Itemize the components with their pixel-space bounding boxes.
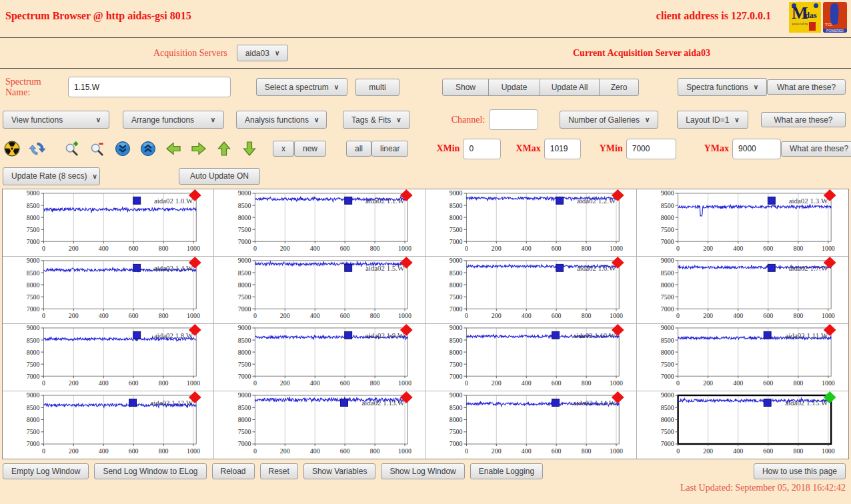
- channel-input[interactable]: [489, 109, 538, 130]
- svg-text:200: 200: [280, 379, 290, 387]
- reset-button[interactable]: Reset: [260, 463, 298, 479]
- svg-text:400: 400: [310, 447, 320, 455]
- update-all-button[interactable]: Update All: [540, 79, 600, 96]
- x-button[interactable]: x: [273, 141, 294, 157]
- svg-text:0: 0: [42, 379, 45, 387]
- svg-text:1000: 1000: [822, 312, 835, 319]
- all-button[interactable]: all: [346, 141, 371, 157]
- x-axis-ticks: 02004006008001000: [465, 376, 623, 387]
- svg-text:200: 200: [492, 245, 502, 252]
- ymax-input[interactable]: [732, 139, 781, 159]
- svg-text:1000: 1000: [187, 312, 200, 319]
- spectrum-plot-aida02-1.4.W[interactable]: 9000850080007500700002004006008001000aid…: [3, 257, 214, 324]
- acquisition-server-select[interactable]: aida03∨: [237, 45, 288, 61]
- svg-text:aida02 1.9.W: aida02 1.9.W: [365, 331, 405, 339]
- zoom-out-icon[interactable]: [89, 140, 106, 157]
- show-variables-button[interactable]: Show Variables: [303, 463, 376, 479]
- spectrum-plot-aida02-1.1.W[interactable]: 9000850080007500700002004006008001000aid…: [214, 189, 425, 257]
- zoom-in-icon[interactable]: [63, 140, 81, 157]
- svg-text:8500: 8500: [450, 202, 463, 209]
- spectrum-plot-aida02-1.10.W[interactable]: 9000850080007500700002004006008001000aid…: [425, 324, 637, 391]
- reload-button[interactable]: Reload: [212, 463, 255, 479]
- spectrum-plot-aida02-1.15.W[interactable]: 9000850080007500700002004006008001000aid…: [637, 391, 848, 459]
- view-functions-dropdown[interactable]: View functions∨: [3, 111, 109, 129]
- auto-update-button[interactable]: Auto Update ON: [179, 168, 260, 185]
- svg-text:800: 800: [793, 312, 803, 319]
- arrange-functions-dropdown[interactable]: Arrange functions∨: [123, 111, 224, 129]
- what-are-these-button[interactable]: What are these?: [767, 79, 846, 95]
- update-rate-dropdown[interactable]: Update Rate (8 secs)∨: [3, 167, 100, 185]
- svg-text:400: 400: [522, 245, 532, 252]
- analysis-functions-dropdown[interactable]: Analysis functions∨: [236, 111, 327, 129]
- arrow-right-icon[interactable]: [190, 140, 207, 157]
- tcl-feather-icon: [828, 3, 840, 25]
- svg-text:800: 800: [159, 379, 169, 387]
- scroll-down-icon[interactable]: [114, 140, 131, 157]
- svg-text:0: 0: [465, 447, 468, 455]
- arrow-down-icon[interactable]: [241, 140, 258, 157]
- xmin-input[interactable]: [463, 139, 501, 159]
- svg-text:aida02 1.11.W: aida02 1.11.W: [786, 331, 828, 339]
- svg-text:200: 200: [280, 245, 290, 252]
- spectra-functions-dropdown[interactable]: Spectra functions∨: [678, 78, 767, 96]
- refresh-icon[interactable]: [29, 140, 46, 157]
- how-to-use-button[interactable]: How to use this page: [754, 463, 846, 479]
- svg-text:400: 400: [733, 447, 743, 455]
- update-button[interactable]: Update: [488, 79, 540, 96]
- svg-text:aida02 1.10.W: aida02 1.10.W: [574, 331, 616, 339]
- what-are-these-button[interactable]: What are these?: [761, 112, 846, 127]
- xmax-input[interactable]: [544, 139, 581, 159]
- spectrum-name-input[interactable]: [68, 77, 231, 97]
- spectrum-plot-aida02-1.7.W[interactable]: 9000850080007500700002004006008001000aid…: [637, 257, 848, 324]
- spectrum-plot-aida02-1.9.W[interactable]: 9000850080007500700002004006008001000aid…: [214, 324, 425, 391]
- svg-text:400: 400: [733, 245, 743, 252]
- svg-text:400: 400: [99, 312, 109, 319]
- spectrum-plot-aida02-1.3.W[interactable]: 9000850080007500700002004006008001000aid…: [637, 189, 848, 257]
- what-are-these-button[interactable]: What are these?: [781, 141, 851, 157]
- linear-button[interactable]: linear: [371, 141, 408, 157]
- spectrum-plot-aida02-1.8.W[interactable]: 9000850080007500700002004006008001000aid…: [3, 324, 214, 391]
- scroll-up-icon[interactable]: [139, 140, 157, 157]
- y-axis-ticks: 90008500800075007000: [27, 257, 44, 312]
- arrow-up-icon[interactable]: [215, 140, 233, 157]
- svg-text:7000: 7000: [27, 238, 40, 245]
- spectrum-plot-aida02-1.6.W[interactable]: 9000850080007500700002004006008001000aid…: [425, 257, 637, 324]
- number-of-galleries-dropdown[interactable]: Number of Galleries∨: [560, 111, 658, 129]
- spectrum-plot-aida02-1.11.W[interactable]: 9000850080007500700002004006008001000aid…: [637, 324, 848, 391]
- spectrum-plot-aida02-1.12.W[interactable]: 9000850080007500700002004006008001000aid…: [3, 391, 214, 459]
- zero-button[interactable]: Zero: [599, 79, 639, 96]
- svg-text:200: 200: [703, 447, 713, 455]
- spectrum-plot-aida02-1.5.W[interactable]: 9000850080007500700002004006008001000aid…: [214, 257, 425, 324]
- radiation-icon[interactable]: [3, 140, 21, 157]
- arrow-left-icon[interactable]: [165, 140, 182, 157]
- svg-text:0: 0: [253, 245, 257, 252]
- spectrum-plot-aida02-1.14.W[interactable]: 9000850080007500700002004006008001000aid…: [425, 391, 637, 459]
- multi-button[interactable]: multi: [355, 79, 399, 96]
- send-log-window-to-elog-button[interactable]: Send Log Window to ELog: [94, 463, 206, 479]
- svg-text:8500: 8500: [27, 404, 40, 411]
- select-spectrum-dropdown[interactable]: Select a spectrum∨: [256, 78, 347, 96]
- enable-logging-button[interactable]: Enable Logging: [470, 463, 543, 479]
- spectrum-plot-aida02-1.13.W[interactable]: 9000850080007500700002004006008001000aid…: [214, 391, 425, 459]
- show-log-window-button[interactable]: Show Log Window: [381, 463, 464, 479]
- new-button[interactable]: new: [294, 141, 326, 157]
- ymin-input[interactable]: [626, 139, 676, 159]
- x-axis-ticks: 02004006008001000: [676, 309, 835, 319]
- svg-text:0: 0: [676, 379, 680, 387]
- midas-idas: idas: [803, 11, 817, 21]
- y-axis-ticks: 90008500800075007000: [661, 189, 678, 245]
- show-button[interactable]: Show: [442, 79, 489, 96]
- svg-text:400: 400: [522, 379, 532, 387]
- spectrum-plot-aida02-1.2.W[interactable]: 9000850080007500700002004006008001000aid…: [425, 189, 637, 257]
- xmax-label: XMax: [516, 143, 540, 154]
- svg-text:aida02 1.2.W: aida02 1.2.W: [577, 197, 616, 205]
- spectrum-plot-aida02-1.0.W[interactable]: 9000850080007500700002004006008001000aid…: [3, 189, 214, 257]
- svg-text:1000: 1000: [187, 447, 200, 455]
- svg-text:800: 800: [582, 447, 592, 455]
- tcl-title: TCL: [825, 23, 833, 27]
- empty-log-window-button[interactable]: Empty Log Window: [3, 463, 89, 479]
- tags-fits-dropdown[interactable]: Tags & Fits∨: [343, 111, 410, 129]
- svg-text:8500: 8500: [450, 337, 463, 344]
- show-button-group: Show Update Update All Zero: [442, 79, 639, 96]
- layout-id-dropdown[interactable]: Layout ID=1∨: [677, 111, 748, 129]
